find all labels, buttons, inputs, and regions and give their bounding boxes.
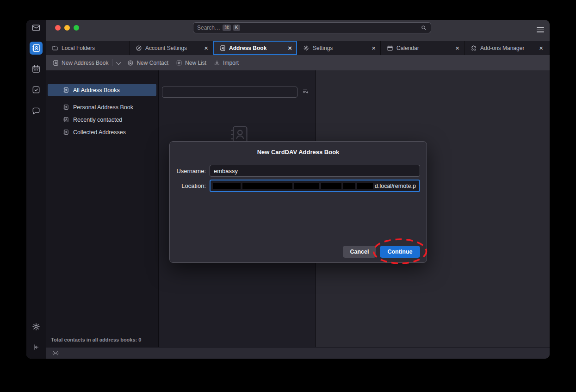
import-button[interactable]: Import (214, 60, 239, 66)
new-contact-button[interactable]: New Contact (127, 60, 168, 66)
tab-label: Local Folders (62, 45, 125, 51)
new-list-label: New List (185, 60, 206, 66)
network-broadcast-icon (51, 349, 60, 357)
tab-label: Account Settings (145, 45, 200, 51)
location-label: Location: (170, 182, 206, 189)
app-menu-button[interactable] (537, 27, 544, 32)
continue-button[interactable]: Continue (380, 246, 420, 258)
address-books-group: Personal Address Book Recently contacted… (46, 101, 158, 138)
status-bar (46, 347, 550, 359)
close-tab-button[interactable]: × (538, 45, 544, 51)
tab-label: Settings (313, 45, 367, 51)
cmd-key-badge: ⌘ (223, 25, 231, 31)
total-contacts-status: Total contacts in all address books: 0 (51, 337, 141, 342)
mail-space-button[interactable] (30, 21, 43, 34)
username-input[interactable] (210, 165, 420, 177)
thunderbird-window: Search… ⌘ K Local Folders Account Settin… (26, 20, 550, 359)
sort-list-icon (302, 88, 309, 95)
tab-label: Add-ons Manager (480, 45, 535, 51)
search-placeholder: Search… (197, 25, 220, 31)
book-row-all-address-books[interactable]: All Address Books (48, 84, 156, 96)
dialog-title: New CardDAV Address Book (170, 149, 427, 156)
book-row-label: Recently contacted (73, 117, 122, 123)
close-tab-button[interactable]: × (371, 45, 377, 51)
address-book-icon (63, 129, 69, 135)
address-book-icon (219, 45, 226, 51)
book-row-collected-addresses[interactable]: Collected Addresses (48, 126, 156, 138)
tab-addons-manager[interactable]: Add-ons Manager × (465, 41, 548, 55)
address-book-toolbar: New Address Book New Contact New List Im… (46, 55, 550, 70)
calendar-space-button[interactable] (30, 62, 43, 75)
close-tab-button[interactable]: × (287, 45, 293, 51)
desktop-background: Search… ⌘ K Local Folders Account Settin… (0, 0, 576, 392)
spaces-settings-button[interactable] (30, 320, 43, 333)
minimize-window-button[interactable] (64, 25, 70, 31)
close-tab-button[interactable]: × (203, 45, 209, 51)
redaction-bar (357, 183, 373, 189)
address-book-icon (63, 87, 69, 93)
chat-space-button[interactable] (30, 105, 43, 118)
address-book-icon (63, 104, 69, 110)
tab-account-settings[interactable]: Account Settings × (130, 41, 213, 55)
titlebar: Search… ⌘ K (46, 20, 550, 41)
cancel-button[interactable]: Cancel (343, 246, 376, 258)
tasks-icon (31, 85, 41, 94)
tab-calendar[interactable]: Calendar × (381, 41, 465, 55)
tab-local-folders[interactable]: Local Folders (46, 41, 130, 55)
gear-icon (31, 322, 41, 331)
new-address-book-label: New Address Book (62, 60, 108, 66)
chat-icon (31, 106, 41, 116)
address-books-pane: All Address Books Personal Address Book … (46, 70, 158, 347)
close-tab-button[interactable]: × (454, 45, 460, 51)
book-row-label: Collected Addresses (73, 129, 126, 136)
location-input[interactable]: d.local/remote.p (210, 180, 420, 192)
spaces-toolbar (26, 20, 46, 359)
redaction-bar (242, 183, 292, 189)
address-book-icon (52, 60, 59, 66)
new-list-button[interactable]: New List (176, 60, 206, 66)
address-book-icon (31, 44, 41, 53)
list-icon (176, 60, 182, 66)
new-carddav-dialog: New CardDAV Address Book Username: Locat… (169, 141, 427, 263)
username-label: Username: (170, 168, 206, 174)
gear-icon (303, 45, 310, 51)
button-separator (112, 59, 112, 66)
import-label: Import (223, 60, 239, 66)
global-search[interactable]: Search… ⌘ K (193, 22, 431, 33)
redaction-bar (213, 183, 241, 189)
location-visible-text: d.local/remote.p (375, 183, 416, 189)
redaction-bar (343, 183, 355, 189)
collapse-spaces-button[interactable] (30, 341, 43, 354)
folder-icon (52, 45, 58, 51)
display-options-button[interactable] (302, 88, 309, 95)
chevron-down-icon[interactable] (116, 59, 121, 64)
calendar-icon (387, 45, 393, 51)
tab-label: Calendar (396, 45, 451, 51)
address-book-space-button[interactable] (30, 42, 43, 55)
contacts-search-input[interactable] (162, 87, 297, 98)
book-row-label: All Address Books (73, 87, 120, 93)
k-key-badge: K (233, 25, 240, 31)
tab-label: Address Book (229, 45, 284, 51)
book-row-recently-contacted[interactable]: Recently contacted (48, 113, 156, 126)
collapse-icon (32, 343, 40, 351)
tab-strip: Local Folders Account Settings × Address… (46, 41, 550, 55)
calendar-icon (31, 64, 41, 74)
close-window-button[interactable] (55, 25, 61, 31)
book-row-personal-address-book[interactable]: Personal Address Book (48, 101, 156, 113)
account-settings-icon (136, 45, 142, 51)
tasks-space-button[interactable] (30, 83, 43, 96)
zoom-window-button[interactable] (74, 25, 79, 31)
new-address-book-button[interactable]: New Address Book (52, 59, 120, 66)
tab-settings[interactable]: Settings × (297, 41, 381, 55)
import-icon (214, 60, 220, 66)
tab-address-book[interactable]: Address Book × (213, 41, 297, 55)
new-contact-icon (127, 60, 134, 66)
book-row-label: Personal Address Book (73, 104, 133, 111)
new-contact-label: New Contact (136, 60, 168, 66)
puzzle-icon (471, 45, 477, 51)
address-book-icon (63, 117, 69, 123)
redaction-bar (294, 183, 319, 189)
mail-icon (31, 23, 41, 32)
address-books-list: All Address Books Personal Address Book … (46, 70, 158, 138)
